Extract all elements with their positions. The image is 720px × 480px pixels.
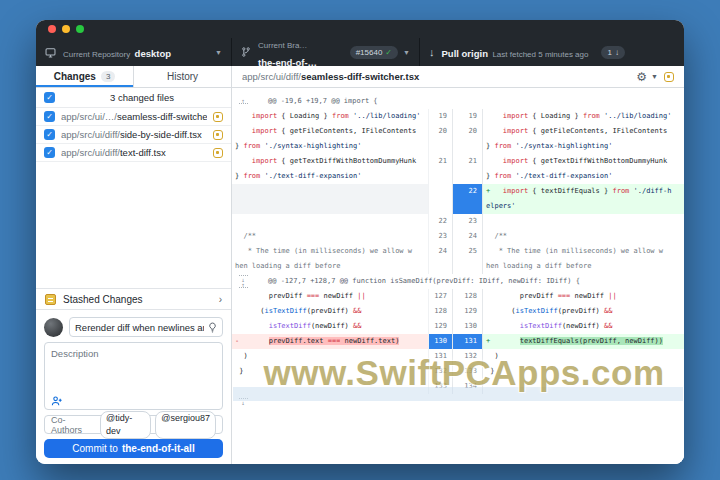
new-code-cell: /** — [482, 229, 684, 244]
code-line: } — [232, 364, 428, 379]
file-checkbox[interactable]: ✓ — [44, 147, 55, 158]
select-all-checkbox[interactable]: ✓ — [44, 92, 55, 103]
new-line-number[interactable]: 131 — [452, 334, 482, 349]
add-coauthor-icon[interactable] — [51, 396, 216, 406]
code-line: } — [483, 364, 684, 379]
current-branch-button[interactable]: Current Bra… the-end-of-… #15640 ✓ ▼ — [232, 38, 420, 66]
new-line-number[interactable]: 132 — [452, 349, 482, 364]
old-code-cell: (isTextDiff(prevDiff) && — [232, 304, 428, 319]
new-line-number[interactable]: 23 — [452, 214, 482, 229]
old-line-number[interactable] — [428, 184, 452, 214]
old-line-number[interactable]: 127 — [428, 289, 452, 304]
stashed-changes-label: Stashed Changes — [63, 294, 143, 305]
code-line: prevDiff.text === newDiff.text)- — [232, 334, 428, 349]
new-line-number[interactable]: 19 — [452, 109, 482, 124]
hunk-gutter: ↓↑ — [232, 274, 254, 289]
diff-row: /**2324 /** — [232, 229, 684, 244]
new-line-number[interactable]: 128 — [452, 289, 482, 304]
commit-button[interactable]: Commit to the-end-of-it-all — [44, 439, 223, 458]
titlebar — [36, 20, 684, 38]
pr-number-badge[interactable]: #15640 ✓ — [350, 46, 398, 59]
minimize-window-icon[interactable] — [62, 25, 70, 33]
expand-down-icon[interactable]: ↓ — [239, 398, 248, 405]
files-header: ✓ 3 changed files — [36, 88, 231, 108]
modified-status-icon — [664, 72, 674, 82]
hunk-header-text: @@ -19,6 +19,7 @@ import { — [254, 94, 378, 109]
old-line-number[interactable]: 21 — [428, 154, 452, 184]
file-row[interactable]: ✓app/src/ui/diff/side-by-side-diff.tsx — [36, 126, 231, 144]
zoom-window-icon[interactable] — [76, 25, 84, 33]
old-line-number[interactable]: 133 — [428, 379, 452, 394]
commit-form: Rerender diff when newlines are adde Des… — [36, 310, 231, 464]
old-line-number[interactable]: 24 — [428, 244, 452, 274]
file-checkbox[interactable]: ✓ — [44, 111, 55, 122]
file-checkbox[interactable]: ✓ — [44, 129, 55, 140]
expand-up-icon[interactable]: ↑ — [239, 98, 248, 105]
new-line-number[interactable]: 21 — [452, 154, 482, 184]
code-line: import { getFileContents, IFileContents … — [232, 124, 428, 154]
diff-row: import { getFileContents, IFileContents … — [232, 124, 684, 154]
pull-origin-subtitle: Last fetched 5 minutes ago — [492, 50, 588, 59]
code-line: import { Loading } from '../lib/loading' — [483, 109, 684, 124]
new-line-number[interactable]: 25 — [452, 244, 482, 274]
avatar — [44, 318, 63, 337]
old-line-number[interactable]: 131 — [428, 349, 452, 364]
code-line: (isTextDiff(prevDiff) && — [232, 304, 428, 319]
tab-changes[interactable]: Changes 3 — [36, 66, 133, 87]
tab-history[interactable]: History — [133, 66, 231, 87]
chevron-down-icon[interactable]: ▼ — [651, 73, 658, 80]
ci-check-icon: ✓ — [385, 48, 392, 57]
new-code-cell: isTextDiff(newDiff) && — [482, 319, 684, 334]
file-row[interactable]: ✓app/src/ui/…/seamless-diff-switcher.tsx — [36, 108, 231, 126]
code-line: (isTextDiff(prevDiff) && — [483, 304, 684, 319]
old-line-number[interactable]: 129 — [428, 319, 452, 334]
old-line-number[interactable]: 19 — [428, 109, 452, 124]
old-line-number[interactable]: 22 — [428, 214, 452, 229]
code-line: import { getFileContents, IFileContents … — [483, 124, 684, 154]
old-line-number[interactable]: 130 — [428, 334, 452, 349]
new-line-number[interactable]: 22 — [452, 184, 482, 214]
old-line-number[interactable]: 128 — [428, 304, 452, 319]
new-code-cell: } — [482, 364, 684, 379]
old-code-cell: isTextDiff(newDiff) && — [232, 319, 428, 334]
code-line: /** — [232, 229, 428, 244]
old-line-number[interactable]: 20 — [428, 124, 452, 154]
new-line-number[interactable]: 134 — [452, 379, 482, 394]
code-line: prevDiff === newDiff || — [232, 289, 428, 304]
stashed-changes-bar[interactable]: Stashed Changes › — [36, 288, 231, 310]
old-line-number[interactable]: 132 — [428, 364, 452, 379]
close-window-icon[interactable] — [48, 25, 56, 33]
new-code-cell: ) — [482, 349, 684, 364]
new-line-number[interactable]: 129 — [452, 304, 482, 319]
code-line: ) — [232, 349, 428, 364]
old-code-cell: import { getFileContents, IFileContents … — [232, 124, 428, 154]
repository-name: desktop — [135, 48, 171, 59]
current-repository-button[interactable]: Current Repository desktop ▼ — [36, 38, 232, 66]
new-line-number[interactable]: 24 — [452, 229, 482, 244]
old-line-number[interactable]: 23 — [428, 229, 452, 244]
old-code-cell — [232, 184, 428, 214]
pull-origin-button[interactable]: ↓ Pull origin Last fetched 5 minutes ago… — [420, 38, 684, 66]
diff-header: app/src/ui/diff/seamless-diff-switcher.t… — [232, 66, 684, 88]
file-row[interactable]: ✓app/src/ui/diff/text-diff.tsx — [36, 144, 231, 162]
coauthor-pill[interactable]: @sergiou87 — [155, 411, 216, 439]
new-line-number[interactable]: 133 — [452, 364, 482, 379]
changes-sidebar: Changes 3 History ✓ 3 changed files ✓app… — [36, 66, 232, 464]
coauthors-input[interactable]: Co-Authors @tidy-dev@sergiou87 — [44, 415, 223, 434]
new-line-number[interactable]: 130 — [452, 319, 482, 334]
diff-file-path: app/src/ui/diff/seamless-diff-switcher.t… — [242, 71, 630, 82]
code-line: * The time (in milliseconds) we allow w … — [483, 244, 684, 274]
summary-input[interactable]: Rerender diff when newlines are adde — [69, 317, 223, 337]
repository-icon — [45, 47, 56, 58]
expand-up-icon[interactable]: ↑ — [239, 282, 248, 289]
code-line: prevDiff === newDiff || — [483, 289, 684, 304]
lightbulb-icon[interactable] — [208, 322, 217, 333]
diff-pane: app/src/ui/diff/seamless-diff-switcher.t… — [232, 66, 684, 464]
gear-icon[interactable]: ⚙ — [636, 71, 647, 83]
hunk-header-row: ↑@@ -19,6 +19,7 @@ import { — [232, 94, 684, 109]
new-line-number[interactable]: 20 — [452, 124, 482, 154]
coauthor-pill[interactable]: @tidy-dev — [100, 411, 151, 439]
description-box[interactable]: Description — [44, 342, 223, 410]
new-code-cell: textDiffEquals(prevDiff, newDiff))+ — [482, 334, 684, 349]
hunk-gutter: ↑ — [232, 94, 254, 109]
